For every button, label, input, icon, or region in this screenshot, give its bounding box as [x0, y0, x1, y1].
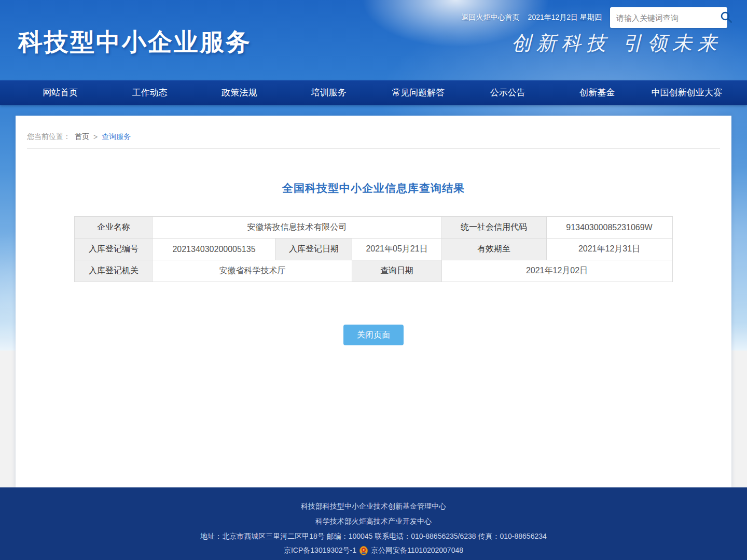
footer-org-line-1: 科技部科技型中小企业技术创新基金管理中心 [301, 501, 446, 511]
table-row: 入库登记机关 安徽省科学技术厅 查询日期 2021年12月02日 [75, 260, 672, 282]
breadcrumb-home-link[interactable]: 首页 [75, 132, 89, 142]
current-date: 2021年12月2日 星期四 [528, 13, 602, 22]
search-input[interactable] [616, 13, 720, 22]
footer-org-line-2: 科学技术部火炬高技术产业开发中心 [315, 516, 432, 526]
valid-until-value: 2021年12月31日 [546, 239, 672, 260]
reg-date-label: 入库登记日期 [275, 239, 352, 260]
reg-number-value: 202134030200005135 [153, 239, 275, 260]
page-title: 全国科技型中小企业信息库查询结果 [16, 181, 731, 195]
query-date-label: 查询日期 [352, 260, 441, 282]
return-torch-home-link[interactable]: 返回火炬中心首页 [462, 13, 520, 22]
nav-items-container: 网站首页 工作动态 政策法规 培训服务 常见问题解答 公示公告 创新基金 中国创… [16, 80, 731, 105]
content-panel: 您当前位置： 首页 > 查询服务 全国科技型中小企业信息库查询结果 企业名称 安… [16, 116, 731, 487]
nav-item-training[interactable]: 培训服务 [284, 80, 374, 105]
nav-item-home[interactable]: 网站首页 [16, 80, 105, 105]
reg-date-value: 2021年05月21日 [352, 239, 441, 260]
site-slogan: 创新科技 引领未来 [511, 30, 722, 57]
nav-item-work-news[interactable]: 工作动态 [105, 80, 195, 105]
search-icon [720, 10, 733, 25]
company-name-value: 安徽塔孜信息技术有限公司 [153, 217, 441, 239]
query-result-table: 企业名称 安徽塔孜信息技术有限公司 统一社会信用代码 9134030008523… [74, 216, 672, 282]
breadcrumb-separator: > [93, 133, 98, 141]
footer: 科技部科技型中小企业技术创新基金管理中心 科学技术部火炬高技术产业开发中心 地址… [0, 487, 747, 560]
nav-item-faq[interactable]: 常见问题解答 [374, 80, 463, 105]
reg-number-label: 入库登记编号 [75, 239, 153, 260]
table-row: 入库登记编号 202134030200005135 入库登记日期 2021年05… [75, 239, 672, 260]
query-date-value: 2021年12月02日 [441, 260, 672, 282]
icp-license-link[interactable]: 京ICP备13019302号-1 [284, 546, 356, 555]
site-logo: 科技型中小企业服务 [18, 26, 252, 59]
breadcrumb: 您当前位置： 首页 > 查询服务 [16, 116, 731, 142]
nav-item-policies[interactable]: 政策法规 [195, 80, 284, 105]
valid-until-label: 有效期至 [441, 239, 546, 260]
close-page-button[interactable]: 关闭页面 [343, 325, 404, 345]
breadcrumb-divider [27, 148, 720, 149]
footer-contact-line: 地址：北京市西城区三里河二区甲18号 邮编：100045 联系电话：010-88… [200, 531, 547, 541]
reg-org-label: 入库登记机关 [75, 260, 153, 282]
police-registration-link[interactable]: 京公网安备11010202007048 [371, 546, 463, 555]
police-badge-icon [359, 546, 368, 555]
company-name-label: 企业名称 [75, 217, 153, 239]
nav-item-competition[interactable]: 中国创新创业大赛 [642, 80, 732, 105]
nav-item-innovation-fund[interactable]: 创新基金 [552, 80, 642, 105]
breadcrumb-current-link[interactable]: 查询服务 [102, 132, 131, 142]
nav-item-announcements[interactable]: 公示公告 [463, 80, 553, 105]
search-button[interactable] [720, 9, 733, 26]
header-top-bar: 返回火炬中心首页 2021年12月2日 星期四 [462, 7, 727, 28]
footer-beian-line: 京ICP备13019302号-1 京公网安备11010202007048 [284, 546, 463, 555]
reg-org-value: 安徽省科学技术厅 [153, 260, 352, 282]
table-row: 企业名称 安徽塔孜信息技术有限公司 统一社会信用代码 9134030008523… [75, 217, 672, 239]
main-navigation: 网站首页 工作动态 政策法规 培训服务 常见问题解答 公示公告 创新基金 中国创… [0, 80, 747, 105]
credit-code-label: 统一社会信用代码 [441, 217, 546, 239]
breadcrumb-prefix: 您当前位置： [27, 132, 71, 142]
search-box [610, 7, 727, 28]
credit-code-value: 91340300085231069W [546, 217, 672, 239]
